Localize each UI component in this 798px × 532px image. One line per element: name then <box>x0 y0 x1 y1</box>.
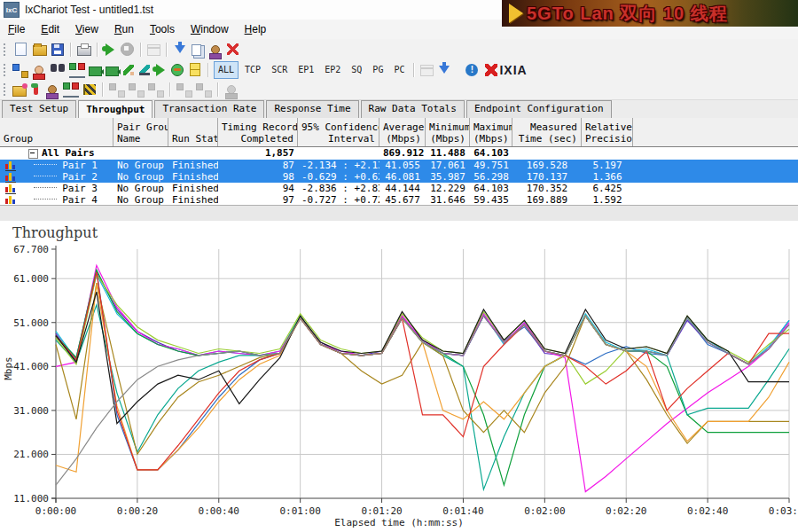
col-average[interactable]: Average(Mbps) <box>379 118 426 146</box>
col-run-status[interactable]: Run Status <box>168 118 218 146</box>
relative-precision: 6.425 <box>582 183 633 194</box>
find-pair-icon[interactable] <box>50 64 66 78</box>
filter-pc-button[interactable]: PC <box>389 61 409 79</box>
filter-pg-button[interactable]: PG <box>368 61 387 79</box>
all-pairs-row[interactable]: All Pairs 1,857 869.912 11.488 64.103 <box>0 147 798 160</box>
refresh-endpoints-icon[interactable] <box>171 64 184 76</box>
col-label: (Mbps) <box>429 133 466 145</box>
save-test-icon[interactable] <box>51 43 64 56</box>
group-pairs-icon[interactable] <box>69 62 85 78</box>
y-tick-label: 41.000 <box>13 361 49 372</box>
sign-script-icon[interactable] <box>139 65 150 75</box>
table-row-pair-1[interactable]: Pair 1No GroupFinished87-2.134 : +2.1344… <box>0 160 798 171</box>
pair-rows: Pair 1No GroupFinished87-2.134 : +2.1344… <box>0 160 798 206</box>
col-confidence-interval[interactable]: 95% ConfidenceInterval <box>298 118 379 146</box>
add-multicast-icon[interactable] <box>89 66 102 76</box>
export-window-icon[interactable] <box>439 66 450 74</box>
toolbar-grip[interactable] <box>3 63 7 77</box>
edit-pair-icon[interactable] <box>12 64 28 78</box>
menu-help[interactable]: Help <box>237 20 275 38</box>
menu-edit[interactable]: Edit <box>33 20 67 38</box>
renumber-pairs-icon[interactable] <box>190 63 200 76</box>
copy-icon[interactable] <box>192 44 201 56</box>
menu-tools[interactable]: Tools <box>142 20 183 38</box>
y-tick-label: 61.000 <box>13 273 49 285</box>
video-pair-icon[interactable] <box>106 66 119 76</box>
x-tick-label: 0:03:00 <box>769 505 798 517</box>
menu-window[interactable]: Window <box>183 20 237 38</box>
pair-name-cell: Pair 3 <box>0 183 113 194</box>
add-pair-icon[interactable] <box>35 66 43 74</box>
endpoint-browser-icon[interactable] <box>211 45 220 54</box>
minimum-mbps: 12.229 <box>426 183 470 194</box>
tab-test-setup[interactable]: Test Setup <box>2 100 76 118</box>
new-group-icon[interactable] <box>12 86 27 97</box>
toolbar-grip[interactable] <box>3 82 7 97</box>
timing-records: 94 <box>218 183 298 194</box>
col-label: (Mbps) <box>383 133 421 145</box>
pair-properties-icon[interactable] <box>48 85 57 94</box>
tree-connector <box>34 176 57 177</box>
copy-group-icon <box>129 83 145 98</box>
splitter-handle[interactable] <box>0 205 798 222</box>
replicate-pair-icon[interactable] <box>156 64 165 76</box>
minimum-mbps: 35.987 <box>426 171 470 183</box>
col-relative-precision[interactable]: RelativePrecision <box>582 118 633 146</box>
col-maximum[interactable]: Maximum(Mbps) <box>470 118 512 146</box>
print-icon[interactable] <box>77 46 91 56</box>
about-info-icon[interactable]: ! <box>466 64 478 76</box>
table-row-pair-3[interactable]: Pair 3No GroupFinished94-2.836 : +2.8364… <box>0 183 798 194</box>
pair-chart-icon <box>5 172 16 183</box>
lock-config-icon <box>227 85 236 94</box>
menu-file[interactable]: File <box>0 20 33 38</box>
delete-icon[interactable] <box>227 43 239 55</box>
filter-tcp-button[interactable]: TCP <box>240 61 265 79</box>
pair-group: No Group <box>113 183 168 194</box>
toolbar-separator <box>102 82 104 97</box>
x-tick-label: 0:00:20 <box>117 505 158 517</box>
filter-sq-button[interactable]: SQ <box>347 61 366 79</box>
col-pair-group-name[interactable]: Pair GroupName <box>113 118 168 146</box>
y-tick-label: 51.000 <box>13 317 49 329</box>
filter-ep2-button[interactable]: EP2 <box>320 61 345 79</box>
swap-endpoints-icon <box>109 83 125 98</box>
x-tick-label: 0:00:40 <box>199 505 239 517</box>
stop-test-icon <box>121 43 134 56</box>
col-timing-records[interactable]: Timing RecordsCompleted <box>218 118 298 146</box>
tab-endpoint-configuration[interactable]: Endpoint Configuration <box>466 100 612 118</box>
open-test-icon[interactable] <box>33 45 47 56</box>
all-pairs-records: 1,857 <box>218 147 298 160</box>
pair-group: No Group <box>113 171 168 183</box>
finish-test-icon[interactable] <box>83 84 96 95</box>
disconnect-pairs-icon <box>196 83 212 98</box>
menu-run[interactable]: Run <box>106 20 142 38</box>
filter-scr-button[interactable]: SCR <box>267 61 292 79</box>
col-minimum[interactable]: Minimum(Mbps) <box>426 118 470 146</box>
col-label: Group <box>4 133 109 145</box>
tree-connector <box>34 187 57 189</box>
table-row-pair-2[interactable]: Pair 2No GroupFinished98-0.629 : +0.6294… <box>0 171 798 183</box>
endpoint-map-icon[interactable] <box>63 82 79 98</box>
new-test-icon[interactable] <box>15 43 27 56</box>
y-tick-label: 31.000 <box>13 405 49 417</box>
menu-view[interactable]: View <box>67 20 106 38</box>
send-to-endpoint-icon[interactable] <box>175 45 185 53</box>
assign-endpoints-icon[interactable] <box>34 85 38 95</box>
run-test-icon[interactable] <box>106 43 114 56</box>
tab-raw-data-totals[interactable]: Raw Data Totals <box>361 100 465 118</box>
filter-all-button[interactable]: ALL <box>214 61 239 79</box>
all-pairs-minimum: 11.488 <box>426 147 470 160</box>
edit-script-icon[interactable] <box>123 65 134 75</box>
timing-records: 98 <box>218 171 298 183</box>
x-tick-label: 0:02:00 <box>524 505 565 517</box>
tab-response-time[interactable]: Response Time <box>266 100 358 118</box>
col-measured-time[interactable]: MeasuredTime (sec) <box>512 118 582 146</box>
filter-ep1-button[interactable]: EP1 <box>293 61 318 79</box>
toolbar-grip[interactable] <box>3 43 7 57</box>
paste-group-icon <box>148 83 164 98</box>
confidence-interval: -2.836 : +2.836 <box>298 183 379 194</box>
tab-transaction-rate[interactable]: Transaction Rate <box>154 100 264 118</box>
col-group[interactable]: Group <box>0 118 113 146</box>
collapse-icon[interactable] <box>28 149 38 159</box>
tab-throughput[interactable]: Throughput <box>78 100 153 119</box>
